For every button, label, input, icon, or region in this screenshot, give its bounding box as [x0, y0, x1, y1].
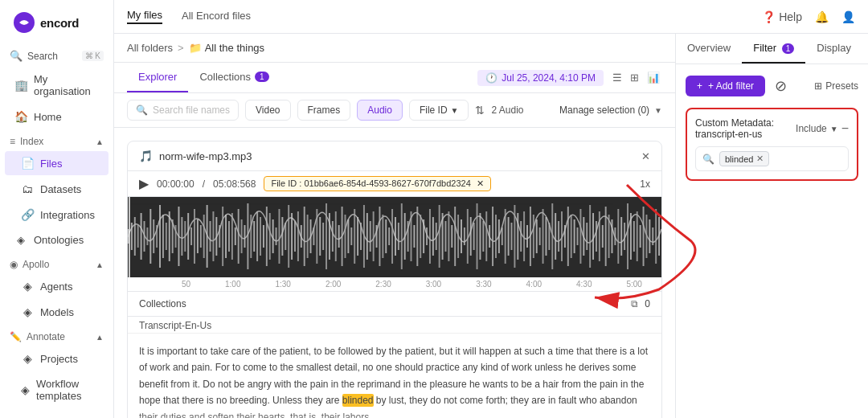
sidebar-item-active[interactable]: ● Active: [10, 415, 104, 418]
sidebar-item-home[interactable]: 🏠 Home: [5, 104, 108, 129]
svg-rect-145: [579, 209, 581, 264]
sidebar-item-files[interactable]: 📄 Files: [5, 151, 108, 175]
chart-view-icon[interactable]: 📊: [645, 69, 662, 86]
sidebar-item-workflow-templates[interactable]: ◈ Workflow templates: [5, 372, 108, 408]
manage-selection-btn[interactable]: Manage selection (0): [559, 104, 649, 116]
sort-icon[interactable]: ⇅: [475, 104, 485, 117]
svg-rect-24: [200, 225, 202, 248]
breadcrumb-parent[interactable]: All folders: [127, 42, 173, 54]
svg-rect-87: [398, 223, 399, 250]
svg-rect-161: [630, 213, 632, 260]
sidebar-item-label: Home: [34, 111, 62, 123]
sidebar-item-datasets[interactable]: 🗂 Datasets: [5, 177, 108, 201]
svg-rect-144: [577, 227, 579, 245]
svg-rect-35: [235, 227, 236, 245]
waveform-svg: // This is just decoration inline: [128, 197, 661, 277]
filter-frames-btn[interactable]: Frames: [297, 100, 351, 121]
timeline-marks: 50 1:00 1:30 2:00 2:30 3:00 3:30 4:00 4:…: [139, 280, 650, 289]
list-view-icon[interactable]: ☰: [610, 69, 624, 86]
breadcrumb-separator: >: [178, 42, 184, 54]
sidebar-section-index[interactable]: ≡ Index ▲: [0, 129, 113, 150]
svg-rect-98: [432, 217, 434, 256]
sidebar-logo: encord: [0, 0, 113, 45]
filter-fileid-select[interactable]: File ID ▼: [409, 100, 469, 121]
topnav-tab-allfiles[interactable]: All Encord files: [182, 10, 251, 23]
svg-rect-26: [207, 205, 208, 268]
timeline-mark: 2:30: [375, 280, 391, 289]
panel-tab-filter[interactable]: Filter 1: [742, 34, 805, 64]
sidebar-section-apollo[interactable]: ◉ Apollo ▲: [0, 252, 113, 273]
svg-rect-85: [391, 209, 393, 264]
presets-button[interactable]: ⊞ Presets: [814, 80, 858, 92]
file-search-input[interactable]: 🔍 Search file names: [127, 100, 239, 121]
panel-tab-display[interactable]: Display: [805, 34, 862, 64]
svg-rect-160: [627, 203, 628, 269]
date-filter-badge[interactable]: 🕐 Jul 25, 2024, 4:10 PM: [477, 70, 604, 86]
help-icon[interactable]: ❓ Help: [762, 10, 802, 23]
filter-video-btn[interactable]: Video: [245, 100, 290, 121]
transcript-content: It is important to take care of the pati…: [128, 334, 661, 418]
sidebar-item-ontologies[interactable]: ◈ Ontologies: [5, 228, 108, 252]
transcript-highlight: blinded: [342, 394, 374, 407]
svg-rect-123: [511, 223, 513, 250]
notification-bell-icon[interactable]: 🔔: [815, 10, 829, 23]
sidebar-section-annotate[interactable]: ✏️ Annotate ▲: [0, 325, 113, 346]
svg-rect-157: [617, 209, 619, 264]
svg-rect-15: [172, 219, 174, 253]
filter-clear-icon[interactable]: ⊘: [772, 74, 790, 98]
files-icon: 📄: [21, 157, 34, 170]
sidebar-item-integrations[interactable]: 🔗 Integrations: [5, 203, 108, 227]
filter-tag-remove-btn[interactable]: ✕: [756, 154, 764, 164]
svg-rect-38: [244, 225, 246, 248]
svg-rect-51: [285, 223, 286, 250]
copy-icon[interactable]: ⧉: [631, 298, 638, 309]
transcript-label: Transcript-En-Us: [128, 317, 661, 334]
waveform-visualization[interactable]: // This is just decoration inline: [128, 197, 661, 277]
filter-remove-btn[interactable]: −: [841, 121, 849, 136]
annotate-chevron-icon: ▲: [96, 333, 104, 342]
svg-rect-102: [444, 221, 446, 252]
svg-rect-14: [169, 211, 170, 261]
svg-rect-156: [614, 227, 616, 245]
file-card-close-btn[interactable]: ✕: [641, 150, 650, 162]
filter-search-box[interactable]: 🔍 blinded ✕: [695, 146, 849, 171]
sidebar-item-models[interactable]: ◈ Models: [5, 300, 108, 324]
subtab-collections[interactable]: Collections 1: [188, 63, 280, 92]
subtab-explorer[interactable]: Explorer: [127, 63, 188, 92]
topnav-tab-myfiles[interactable]: My files: [127, 9, 162, 24]
svg-rect-103: [448, 211, 449, 261]
sidebar-search-button[interactable]: 🔍 Search ⌘ K: [0, 45, 113, 67]
svg-rect-162: [633, 221, 635, 252]
play-icon[interactable]: ▶: [139, 176, 149, 191]
svg-rect-135: [548, 223, 550, 250]
svg-rect-105: [454, 207, 456, 266]
filter-card-header: Custom Metadata: transcript-en-us Includ…: [695, 117, 849, 140]
svg-rect-52: [288, 205, 289, 268]
add-filter-button[interactable]: + + Add filter: [686, 76, 765, 96]
close-badge-icon[interactable]: ✕: [477, 178, 484, 188]
sidebar-item-myorganisation[interactable]: 🏢 My organisation: [5, 68, 108, 103]
grid-view-icon[interactable]: ⊞: [628, 69, 641, 86]
svg-rect-115: [485, 211, 487, 261]
svg-rect-64: [326, 203, 327, 269]
sidebar-section-apollo-label: Apollo: [23, 259, 49, 270]
user-profile-icon[interactable]: 👤: [841, 10, 855, 23]
filter-audio-btn[interactable]: Audio: [357, 100, 403, 121]
svg-rect-167: [649, 219, 650, 253]
svg-rect-132: [539, 227, 541, 245]
svg-rect-70: [345, 215, 346, 258]
filter-include-dropdown[interactable]: Include ▼: [796, 123, 838, 134]
svg-rect-58: [307, 215, 309, 258]
file-metadata-row: Collections ⧉ 0: [128, 292, 661, 317]
playback-speed[interactable]: 1x: [640, 178, 650, 190]
date-label: Jul 25, 2024, 4:10 PM: [502, 72, 596, 84]
svg-rect-55: [297, 211, 299, 261]
panel-tab-overview[interactable]: Overview: [676, 34, 742, 64]
svg-rect-107: [461, 219, 462, 253]
svg-rect-97: [429, 209, 431, 264]
sidebar-item-projects[interactable]: ◈ Projects: [5, 346, 108, 371]
svg-rect-91: [411, 211, 412, 261]
sidebar-item-agents[interactable]: ◈ Agents: [5, 274, 108, 298]
svg-rect-118: [495, 215, 497, 258]
search-input-placeholder: Search file names: [153, 104, 230, 116]
